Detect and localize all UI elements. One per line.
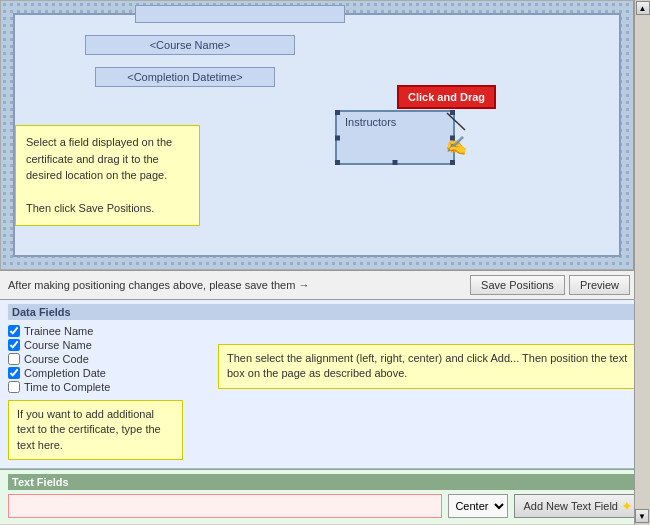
cert-instructors-field[interactable]: Instructors bbox=[335, 110, 455, 165]
field-trainee-name: Trainee Name bbox=[8, 324, 208, 338]
resize-handle-bm[interactable] bbox=[393, 160, 398, 165]
text-fields-row: Left Center Right Add New Text Field ✦ bbox=[8, 494, 642, 518]
page-scroll-track[interactable] bbox=[635, 16, 650, 511]
data-fields-header: Data Fields bbox=[8, 304, 642, 320]
data-fields-section: Data Fields Trainee Name Course Name Cou… bbox=[0, 300, 650, 469]
cert-inner: <Course Name> <Completion Datetime> Inst… bbox=[13, 13, 621, 257]
data-fields-left: Trainee Name Course Name Course Code Com… bbox=[8, 324, 208, 460]
status-bar: After making positioning changes above, … bbox=[0, 270, 650, 300]
resize-handle-br[interactable] bbox=[450, 160, 455, 165]
resize-handle-bl[interactable] bbox=[335, 160, 340, 165]
cert-course-name-field[interactable]: <Course Name> bbox=[85, 35, 295, 55]
checkbox-completion-date[interactable] bbox=[8, 367, 20, 379]
cert-top-field[interactable] bbox=[135, 5, 345, 23]
text-fields-section: Text Fields Left Center Right Add New Te… bbox=[0, 469, 650, 524]
checkbox-course-name[interactable] bbox=[8, 339, 20, 351]
save-positions-button[interactable]: Save Positions bbox=[470, 275, 565, 295]
resize-handle-tr[interactable] bbox=[450, 110, 455, 115]
drag-callout: If you want to add additional text to th… bbox=[15, 125, 200, 226]
data-fields-layout: Trainee Name Course Name Course Code Com… bbox=[8, 324, 642, 460]
checkbox-trainee-name[interactable] bbox=[8, 325, 20, 337]
text-fields-header: Text Fields bbox=[8, 474, 642, 490]
cert-completion-field[interactable]: <Completion Datetime> bbox=[95, 67, 275, 87]
field-time-to-complete: Time to Complete bbox=[8, 380, 208, 394]
checkbox-time-to-complete[interactable] bbox=[8, 381, 20, 393]
status-buttons: Save Positions Preview bbox=[470, 275, 630, 295]
main-container: <Course Name> <Completion Datetime> Inst… bbox=[0, 0, 650, 525]
resize-handle-tl[interactable] bbox=[335, 110, 340, 115]
status-text: After making positioning changes above, … bbox=[8, 279, 309, 291]
field-completion-date: Completion Date bbox=[8, 366, 208, 380]
click-drag-button[interactable]: Click and Drag bbox=[397, 85, 496, 109]
add-text-callout: If you want to add additional text to th… bbox=[8, 400, 183, 460]
data-fields-right: Then select the alignment (left, right, … bbox=[218, 324, 642, 460]
star-icon: ✦ bbox=[621, 498, 633, 514]
add-new-text-field-button[interactable]: Add New Text Field ✦ bbox=[514, 494, 642, 518]
certificate-area: <Course Name> <Completion Datetime> Inst… bbox=[0, 0, 650, 270]
preview-button[interactable]: Preview bbox=[569, 275, 630, 295]
checkbox-course-code[interactable] bbox=[8, 353, 20, 365]
resize-handle-ml[interactable] bbox=[335, 135, 340, 140]
alignment-callout: Then select the alignment (left, right, … bbox=[218, 344, 642, 389]
field-course-code: Course Code bbox=[8, 352, 208, 366]
page-scrollbar[interactable]: ▲ ▼ bbox=[634, 0, 650, 525]
field-course-name: Course Name bbox=[8, 338, 208, 352]
page-scroll-down[interactable]: ▼ bbox=[635, 509, 649, 523]
resize-handle-mr[interactable] bbox=[450, 135, 455, 140]
text-field-input[interactable] bbox=[8, 494, 442, 518]
alignment-select[interactable]: Left Center Right bbox=[448, 494, 508, 518]
page-scroll-up[interactable]: ▲ bbox=[636, 1, 650, 15]
